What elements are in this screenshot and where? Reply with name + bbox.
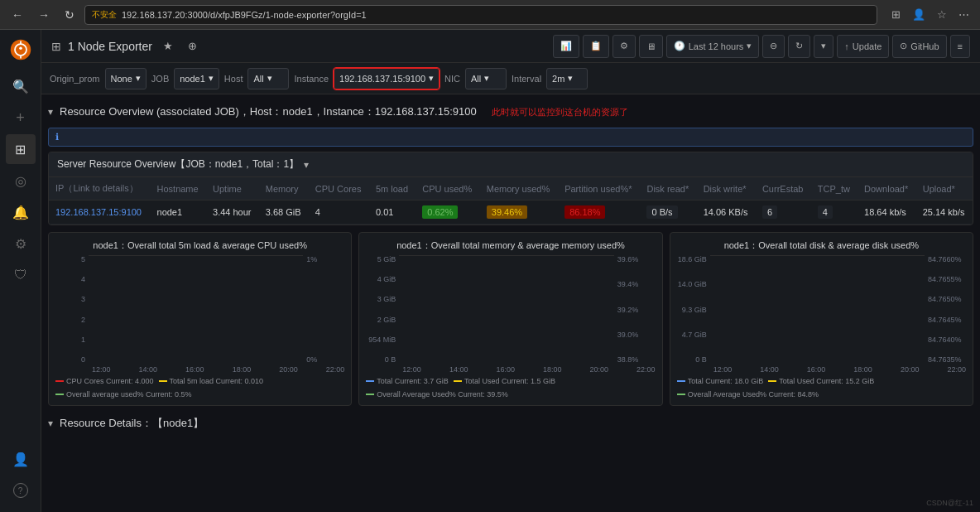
- legend-cpu-cores-color: [55, 380, 64, 382]
- chart-disk-title: node1：Overall total disk & average disk …: [677, 239, 966, 252]
- chart-disk-body: 18.6 GiB 14.0 GiB 9.3 GiB 4.7 GiB 0 B: [677, 255, 966, 364]
- instance-label: Instance: [294, 74, 329, 84]
- nic-label: NIC: [444, 74, 460, 84]
- sidebar-item-dashboard[interactable]: ⊞: [6, 134, 36, 164]
- chart-memory-area: [399, 255, 613, 256]
- interval-select[interactable]: 2m ▾: [546, 68, 588, 89]
- forward-button[interactable]: →: [33, 7, 55, 23]
- chart-cpu-right-axis: 1% 0%: [303, 255, 344, 364]
- sidebar-item-explore[interactable]: ◎: [6, 166, 36, 196]
- app-container: 🔍 + ⊞ ◎ 🔔 ⚙ 🛡 👤 ?: [0, 30, 980, 512]
- table-header-title: Server Resource Overview【JOB：node1，Total…: [57, 157, 299, 171]
- profile-button[interactable]: 👤: [908, 7, 930, 22]
- legend-5m-load: Total 5m load Current: 0.010: [159, 377, 264, 385]
- tv-mode-button[interactable]: 🖥: [639, 35, 663, 58]
- legend-disk-pct-color: [677, 394, 685, 395]
- legend-mem-pct-color: [366, 394, 374, 395]
- resource-overview-header: ▾ Resource Overview (associated JOB)，Hos…: [48, 101, 973, 123]
- cell-ip[interactable]: 192.168.137.15:9100: [49, 200, 151, 225]
- legend-5m-load-label: Total 5m load Current: 0.010: [170, 377, 264, 385]
- address-bar[interactable]: 不安全 192.168.137.20:3000/d/xfpJB9FGz/1-no…: [84, 5, 877, 25]
- cell-disk-write: 14.06 KB/s: [697, 200, 756, 225]
- nic-select[interactable]: All ▾: [465, 68, 507, 89]
- origin-prom-select[interactable]: None ▾: [105, 68, 147, 89]
- resource-details-header: ▾ Resource Details：【node1】: [48, 413, 973, 434]
- origin-prom-label: Origin_prom: [50, 74, 100, 84]
- share-dashboard-button[interactable]: ⊕: [184, 37, 201, 55]
- section-toggle[interactable]: ▾: [48, 106, 53, 118]
- back-button[interactable]: ←: [7, 7, 28, 23]
- update-button[interactable]: ↑ Update: [837, 35, 889, 58]
- legend-disk-total-color: [677, 380, 685, 382]
- legend-disk-used-label: Total Used Current: 15.2 GiB: [779, 377, 874, 385]
- sidebar-item-help[interactable]: ?: [6, 476, 36, 505]
- compass-icon: ◎: [15, 173, 26, 189]
- zoom-out-button[interactable]: ⊖: [762, 35, 785, 58]
- legend-cpu-used-label: Overall average used% Current: 0.5%: [66, 390, 192, 398]
- refresh-data-button[interactable]: ↻: [788, 35, 810, 58]
- table-row: 192.168.137.15:9100node13.44 hour3.68 Gi…: [49, 200, 973, 225]
- star-button[interactable]: ☆: [933, 7, 951, 22]
- github-button[interactable]: ⊙ GitHub: [892, 35, 946, 58]
- host-select[interactable]: All ▾: [247, 68, 289, 89]
- sidebar-item-search[interactable]: 🔍: [6, 71, 36, 101]
- chart-disk-area: [710, 255, 925, 256]
- th-ip: IP（Link to details）: [49, 177, 151, 200]
- resource-overview-table: IP（Link to details） Hostname Uptime Memo…: [49, 177, 973, 225]
- section-subtitle: 此时就可以监控到这台机的资源了: [492, 106, 628, 118]
- cell-hostname: node1: [151, 200, 207, 225]
- th-disk-read: Disk read*: [640, 177, 696, 200]
- page-title: 1 Node Exporter: [68, 40, 152, 53]
- th-disk-write: Disk write*: [697, 177, 756, 200]
- time-range-label: Last 12 hours: [689, 41, 744, 51]
- legend-mem-used-label: Total Used Current: 1.5 GiB: [464, 377, 555, 385]
- extensions-button[interactable]: ⊞: [887, 7, 905, 22]
- job-label: JOB: [151, 74, 169, 84]
- chevron-down-icon: ▾: [429, 73, 434, 84]
- time-range-button[interactable]: 🕐 Last 12 hours ▾: [666, 35, 760, 58]
- sidebar-item-shield[interactable]: 🛡: [6, 260, 36, 290]
- instance-select[interactable]: 192.168.137.15:9100 ▾: [334, 68, 440, 89]
- chart-disk-x-axis: 12:00 14:00 16:00 18:00 20:00 22:00: [677, 365, 966, 374]
- settings-icon: ⚙: [15, 236, 26, 252]
- sidebar-item-add[interactable]: +: [6, 103, 36, 133]
- add-panel-button[interactable]: 📊: [553, 35, 579, 58]
- cell-tcp-tw: 4: [811, 200, 858, 225]
- save-dashboard-button[interactable]: 📋: [583, 35, 609, 58]
- chart-cpu-title: node1：Overall total 5m load & average CP…: [55, 239, 344, 252]
- chart-cpu-body: 5 4 3 2 1 0: [55, 255, 344, 364]
- more-options-button[interactable]: ⋯: [954, 7, 973, 22]
- browser-icons: ⊞ 👤 ☆ ⋯: [887, 7, 973, 22]
- chart-memory-body: 5 GiB 4 GiB 3 GiB 2 GiB 954 MiB 0 B: [366, 255, 655, 364]
- cell-memory: 3.68 GiB: [259, 200, 309, 225]
- resource-details-toggle[interactable]: ▾: [48, 418, 53, 429]
- host-label: Host: [224, 74, 243, 84]
- grafana-logo[interactable]: [7, 36, 34, 63]
- more-options-button[interactable]: ▾: [814, 35, 833, 58]
- chart-disk-legend: Total Current: 18.0 GiB Total Used Curre…: [677, 377, 966, 398]
- chart-cpu-x-axis: 12:00 14:00 16:00 18:00 20:00 22:00: [55, 365, 344, 374]
- job-select[interactable]: node1 ▾: [174, 68, 219, 89]
- sidebar: 🔍 + ⊞ ◎ 🔔 ⚙ 🛡 👤 ?: [0, 30, 41, 512]
- sidebar-item-settings[interactable]: ⚙: [6, 229, 36, 258]
- legend-cpu-cores-label: CPU Cores Current: 4.000: [66, 377, 154, 385]
- legend-cpu-used: Overall average used% Current: 0.5%: [55, 390, 192, 398]
- legend-mem-total-color: [366, 380, 374, 382]
- th-upload: Upload*: [916, 177, 973, 200]
- sidebar-item-user[interactable]: 👤: [6, 444, 36, 474]
- legend-disk-total-label: Total Current: 18.0 GiB: [688, 377, 764, 385]
- table-chevron-icon[interactable]: ▾: [304, 159, 309, 171]
- chevron-down-icon: ▾: [568, 73, 573, 84]
- dashboard-settings-button[interactable]: ⚙: [612, 35, 636, 58]
- table-head: IP（Link to details） Hostname Uptime Memo…: [49, 177, 973, 200]
- star-dashboard-button[interactable]: ★: [159, 37, 177, 55]
- watermark: CSDN@红-11: [926, 498, 973, 509]
- legend-5m-load-color: [159, 380, 167, 382]
- cell-currestab: 6: [756, 200, 811, 225]
- menu-button[interactable]: ≡: [950, 35, 970, 58]
- sidebar-item-alerting[interactable]: 🔔: [6, 197, 36, 227]
- refresh-button[interactable]: ↻: [60, 7, 79, 23]
- legend-mem-used: Total Used Current: 1.5 GiB: [454, 377, 555, 385]
- th-5m-load: 5m load: [369, 177, 416, 200]
- chart-memory-y-axis: 5 GiB 4 GiB 3 GiB 2 GiB 954 MiB 0 B: [366, 255, 399, 364]
